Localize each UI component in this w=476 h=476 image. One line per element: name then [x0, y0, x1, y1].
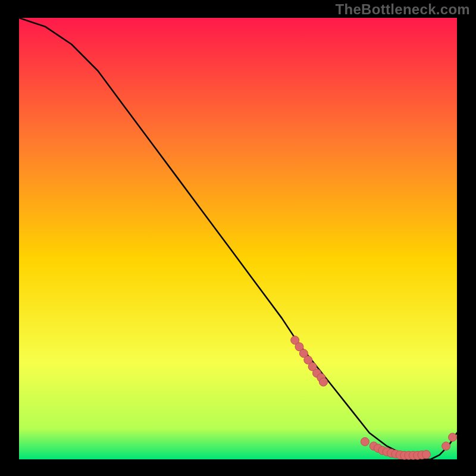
curve-marker — [361, 437, 369, 446]
curve-marker — [422, 450, 431, 459]
curve-marker — [442, 442, 450, 450]
plot-background — [19, 18, 457, 459]
curve-marker — [449, 433, 457, 441]
curve-marker — [320, 378, 328, 386]
watermark-text: TheBottleneck.com — [336, 1, 470, 18]
bottleneck-chart — [0, 0, 476, 476]
chart-frame: TheBottleneck.com — [0, 0, 476, 476]
